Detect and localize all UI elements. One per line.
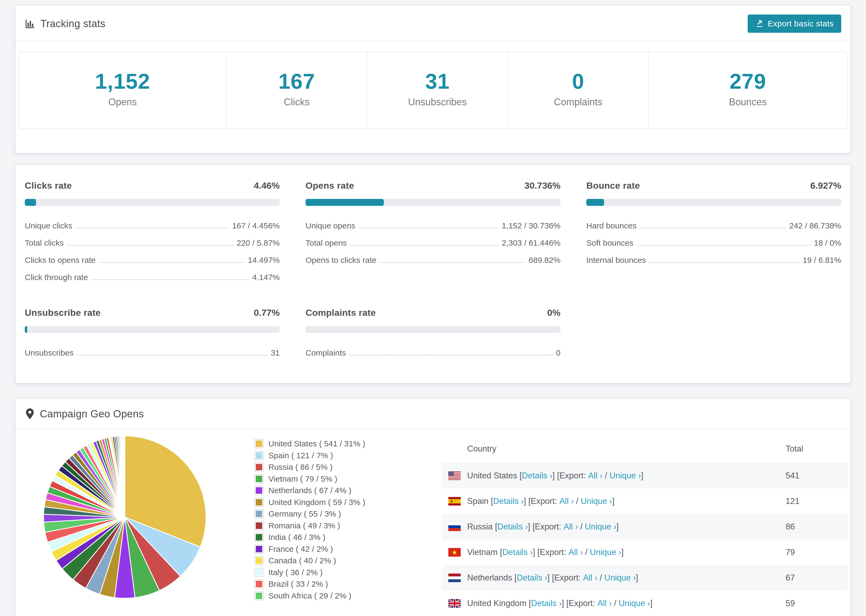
pie-chart-svg	[41, 434, 208, 600]
rate-row-label: Complaints	[305, 348, 346, 357]
export-all-link[interactable]: All ›	[568, 547, 583, 557]
legend-label: Romania ( 49 / 3% )	[268, 521, 340, 530]
dotted-leader	[359, 228, 498, 228]
legend-item-us[interactable]: United States ( 541 / 31% )	[254, 439, 412, 448]
legend-label: India ( 46 / 3% )	[268, 533, 326, 542]
dotted-leader	[77, 355, 268, 355]
details-link[interactable]: Details ›	[516, 573, 547, 583]
legend-item-br[interactable]: Brazil ( 33 / 2% )	[254, 580, 412, 589]
country-total: 79	[786, 539, 847, 565]
export-unique-link[interactable]: Unique ›	[609, 471, 641, 481]
export-basic-stats-button[interactable]: Export basic stats	[748, 14, 841, 33]
rate-block-opens-rate: Opens rate30.736%Unique opens1,152 / 30.…	[305, 180, 561, 286]
rate-row-label: Opens to clicks rate	[305, 256, 376, 265]
stat-cell-bounces: 279Bounces	[648, 52, 847, 129]
country-cell: Vietnam [Details ›] [Export: All › / Uni…	[442, 547, 786, 557]
legend-swatch	[254, 451, 264, 460]
rate-block-clicks-rate: Clicks rate4.46%Unique clicks167 / 4.456…	[25, 180, 280, 286]
geo-pie-legend: United States ( 541 / 31% )Spain ( 121 /…	[254, 433, 412, 616]
stat-cell-clicks: 167Clicks	[226, 52, 367, 129]
progress-bar	[305, 326, 561, 333]
flag-es-icon	[448, 497, 461, 506]
country-cell: United Kingdom [Details ›] [Export: All …	[442, 599, 786, 608]
tracking-stats-title: Tracking stats	[25, 18, 105, 30]
stat-value: 279	[729, 69, 766, 94]
rate-rows: Unique clicks167 / 4.456%Total clicks220…	[25, 217, 280, 286]
details-link[interactable]: Details ›	[502, 547, 533, 557]
country-name: Netherlands	[467, 573, 512, 583]
rate-head: Unsubscribe rate0.77%	[25, 308, 280, 318]
rate-row: Clicks to opens rate14.497%	[25, 251, 280, 269]
legend-item-vn[interactable]: Vietnam ( 79 / 5% )	[254, 475, 412, 484]
geo-opens-header: Campaign Geo Opens	[15, 398, 851, 429]
export-all-link[interactable]: All ›	[597, 599, 612, 608]
legend-item-in[interactable]: India ( 46 / 3% )	[254, 533, 412, 542]
export-unique-link[interactable]: Unique ›	[590, 547, 621, 557]
dotted-leader	[350, 245, 498, 246]
tracking-stats-card: Tracking stats Export basic stats 1,152O…	[15, 5, 851, 154]
geo-table-row-ru: Russia [Details ›] [Export: All › / Uniq…	[442, 514, 847, 539]
rate-head: Complaints rate0%	[305, 308, 561, 318]
details-link[interactable]: Details ›	[493, 497, 524, 506]
dotted-leader	[349, 355, 553, 355]
rate-block-complaints-rate: Complaints rate0%Complaints0	[305, 308, 561, 361]
rate-row: Opens to clicks rate689.82%	[305, 251, 561, 269]
export-unique-link[interactable]: Unique ›	[604, 573, 636, 583]
legend-swatch	[254, 509, 264, 519]
geo-table-row-gb: United Kingdom [Details ›] [Export: All …	[442, 591, 847, 616]
legend-item-ro[interactable]: Romania ( 49 / 3% )	[254, 521, 412, 530]
rate-row-label: Unique opens	[305, 221, 355, 230]
legend-item-de[interactable]: Germany ( 55 / 3% )	[254, 509, 412, 519]
export-unique-link[interactable]: Unique ›	[585, 522, 616, 532]
legend-item-ca[interactable]: Canada ( 40 / 2% )	[254, 556, 412, 565]
flag-ru-icon	[448, 522, 461, 531]
map-pin-icon	[25, 408, 35, 420]
rates-grid: Clicks rate4.46%Unique clicks167 / 4.456…	[25, 180, 841, 361]
rate-head: Bounce rate6.927%	[586, 180, 841, 191]
rate-row-label: Total opens	[305, 238, 347, 248]
legend-item-es[interactable]: Spain ( 121 / 7% )	[254, 451, 412, 460]
export-icon	[755, 19, 764, 28]
export-unique-link[interactable]: Unique ›	[619, 599, 650, 608]
rate-row: Complaints0	[305, 344, 561, 361]
legend-item-za[interactable]: South Africa ( 29 / 2% )	[254, 591, 412, 600]
rate-row: Unsubscribes31	[25, 344, 280, 361]
export-all-link[interactable]: All ›	[564, 522, 578, 532]
legend-swatch	[254, 521, 264, 530]
rate-row: Click through rate4.147%	[25, 269, 280, 286]
export-all-link[interactable]: All ›	[588, 471, 602, 481]
details-link[interactable]: Details ›	[522, 471, 553, 481]
legend-item-ru[interactable]: Russia ( 86 / 5% )	[254, 462, 412, 472]
stat-value: 31	[425, 69, 450, 94]
details-link[interactable]: Details ›	[531, 599, 562, 608]
rate-row-label: Click through rate	[25, 273, 88, 282]
progress-bar	[305, 199, 561, 206]
rate-row: Internal bounces19 / 6.81%	[586, 251, 841, 269]
rate-title: Unsubscribe rate	[25, 308, 101, 318]
tracking-stats-title-text: Tracking stats	[40, 18, 105, 30]
rate-row-value: 167 / 4.456%	[232, 221, 280, 230]
rate-percent: 4.46%	[254, 180, 280, 191]
rate-percent: 0%	[547, 308, 561, 318]
export-all-link[interactable]: All ›	[583, 573, 597, 583]
legend-item-gb[interactable]: United Kingdom ( 59 / 3% )	[254, 498, 412, 507]
stat-value: 167	[279, 69, 315, 94]
legend-item-fr[interactable]: France ( 42 / 2% )	[254, 545, 412, 554]
details-link[interactable]: Details ›	[497, 522, 528, 532]
rate-row: Unique clicks167 / 4.456%	[25, 217, 280, 234]
export-unique-link[interactable]: Unique ›	[581, 497, 612, 506]
rate-row-value: 220 / 5.87%	[237, 238, 280, 248]
rate-row-value: 689.82%	[529, 256, 561, 265]
progress-bar	[586, 199, 841, 206]
export-all-link[interactable]: All ›	[559, 497, 574, 506]
geo-table-scroll-area[interactable]: Country Total United States [Details ›] …	[442, 433, 847, 616]
dotted-leader	[379, 262, 525, 263]
progress-bar-fill	[586, 199, 604, 206]
stat-label: Opens	[109, 96, 137, 108]
country-cell: United States [Details ›] [Export: All ›…	[442, 471, 786, 481]
tracking-stats-header: Tracking stats Export basic stats	[15, 5, 851, 41]
country-total: 121	[786, 488, 847, 514]
legend-item-nl[interactable]: Netherlands ( 67 / 4% )	[254, 486, 412, 495]
legend-item-it[interactable]: Italy ( 36 / 2% )	[254, 568, 412, 577]
rate-row-value: 19 / 6.81%	[803, 256, 841, 265]
